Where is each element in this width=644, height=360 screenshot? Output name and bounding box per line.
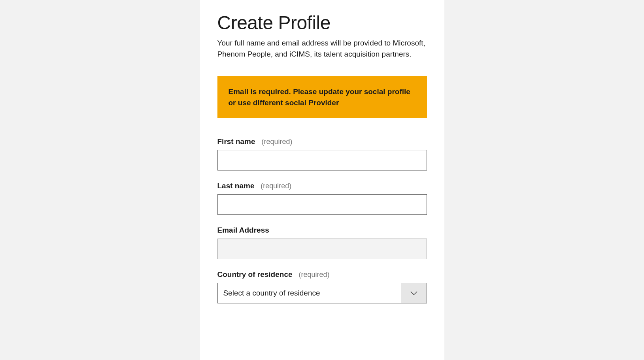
chevron-down-icon xyxy=(401,283,427,303)
country-group: Country of residence (required) Select a… xyxy=(217,270,427,303)
email-input xyxy=(217,239,427,259)
last-name-label: Last name (required) xyxy=(217,182,427,190)
last-name-group: Last name (required) xyxy=(217,182,427,215)
last-name-required-text: (required) xyxy=(261,182,291,190)
country-required-text: (required) xyxy=(298,271,329,279)
first-name-label-text: First name xyxy=(217,137,255,146)
first-name-required-text: (required) xyxy=(261,138,292,146)
country-label-text: Country of residence xyxy=(217,270,293,279)
country-select[interactable]: Select a country of residence xyxy=(217,283,427,303)
form-container: Create Profile Your full name and email … xyxy=(200,0,444,360)
first-name-group: First name (required) xyxy=(217,137,427,171)
last-name-required xyxy=(257,182,261,190)
country-required xyxy=(295,270,299,279)
first-name-label: First name (required) xyxy=(217,137,427,146)
country-select-value: Select a country of residence xyxy=(218,289,401,297)
email-label-text: Email Address xyxy=(217,226,269,234)
first-name-input[interactable] xyxy=(217,150,427,171)
country-label: Country of residence (required) xyxy=(217,270,427,279)
alert-warning: Email is required. Please update your so… xyxy=(217,76,427,118)
page-title: Create Profile xyxy=(217,12,427,34)
last-name-label-text: Last name xyxy=(217,182,255,190)
alert-message: Email is required. Please update your so… xyxy=(229,86,416,108)
page-description: Your full name and email address will be… xyxy=(217,38,427,59)
last-name-input[interactable] xyxy=(217,194,427,215)
first-name-required xyxy=(257,137,262,146)
email-label: Email Address xyxy=(217,226,427,235)
email-group: Email Address xyxy=(217,226,427,259)
